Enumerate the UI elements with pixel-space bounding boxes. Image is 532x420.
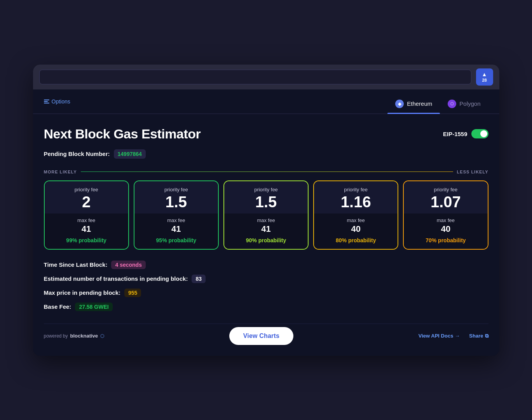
est-tx-value: 83 (192, 275, 206, 283)
gas-cards-row: priority fee 2 max fee 41 99% probabilit… (44, 180, 488, 250)
tab-ethereum[interactable]: ◆ Ethereum (387, 96, 440, 114)
more-likely-label: MORE LIKELY (44, 170, 77, 174)
max-fee-label-5: max fee (408, 217, 483, 223)
likelihood-bar: MORE LIKELY LESS LIKELY (44, 170, 488, 174)
card-top-3: priority fee 1.5 (224, 181, 308, 214)
card-bottom-3: max fee 41 90% probability (224, 214, 308, 249)
powered-label: powered by (44, 333, 68, 339)
max-fee-label-2: max fee (139, 217, 213, 223)
pending-block-value: 14997864 (114, 149, 146, 159)
est-tx-row: Estimated number of transactions in pend… (44, 275, 488, 283)
tab-bar: Options ◆ Ethereum ⬡ Polygon (33, 89, 499, 114)
main-panel: Options ◆ Ethereum ⬡ Polygon Next Block … (33, 89, 499, 356)
gas-card-3: priority fee 1.5 max fee 41 90% probabil… (223, 180, 309, 250)
powered-by-section: powered by blocknative ⬡ (44, 333, 105, 339)
card-top-4: priority fee 1.16 (314, 181, 398, 214)
max-fee-label-1: max fee (49, 217, 124, 223)
gas-card-4: priority fee 1.16 max fee 40 80% probabi… (313, 180, 398, 250)
ext-logo-icon: ▲ (482, 71, 487, 77)
stats-section: Time Since Last Block: 4 seconds Estimat… (44, 261, 488, 311)
priority-fee-value-3: 1.5 (229, 194, 303, 210)
max-fee-value-4: 40 (319, 224, 393, 234)
share-label: Share (469, 333, 483, 339)
card-top-2: priority fee 1.5 (134, 181, 218, 214)
priority-fee-label-4: priority fee (319, 187, 393, 192)
max-fee-value-2: 41 (139, 224, 213, 234)
max-fee-value-1: 41 (49, 224, 124, 234)
gas-card-5: priority fee 1.07 max fee 40 70% probabi… (403, 180, 488, 250)
base-fee-label: Base Fee: (44, 303, 72, 310)
ext-count: 28 (482, 78, 487, 82)
ethereum-icon: ◆ (395, 100, 404, 108)
eip-toggle-switch[interactable] (471, 129, 488, 138)
card-bottom-5: max fee 40 70% probability (404, 214, 487, 249)
eip-toggle-container: EIP-1559 (443, 129, 488, 138)
url-bar (39, 70, 471, 84)
card-top-1: priority fee 2 (45, 181, 128, 214)
footer-links: View API Docs → Share ⧉ (419, 333, 488, 339)
likelihood-line (81, 172, 453, 172)
tab-ethereum-label: Ethereum (407, 100, 432, 107)
brand-icon: ⬡ (100, 333, 104, 339)
probability-3: 90% probability (229, 237, 303, 243)
max-fee-label-4: max fee (319, 217, 393, 223)
arrow-right-icon: → (455, 333, 460, 339)
time-since-label: Time Since Last Block: (44, 261, 108, 268)
priority-fee-label-2: priority fee (139, 187, 213, 192)
priority-fee-value-5: 1.07 (408, 194, 483, 210)
time-since-value: 4 seconds (111, 261, 145, 269)
view-api-docs-link[interactable]: View API Docs → (419, 333, 460, 339)
share-link[interactable]: Share ⧉ (469, 333, 488, 339)
time-since-row: Time Since Last Block: 4 seconds (44, 261, 488, 269)
eip-label: EIP-1559 (443, 131, 467, 137)
options-label: Options (52, 98, 70, 105)
base-fee-value: 27.58 GWEI (75, 303, 112, 311)
extension-badge[interactable]: ▲ 28 (476, 68, 493, 86)
probability-5: 70% probability (408, 237, 483, 243)
options-button[interactable]: Options (44, 98, 70, 111)
card-bottom-1: max fee 41 99% probability (45, 214, 128, 249)
max-fee-value-3: 41 (229, 224, 303, 234)
probability-4: 80% probability (319, 237, 393, 243)
gas-card-2: priority fee 1.5 max fee 41 95% probabil… (134, 180, 219, 250)
pending-block-row: Pending Block Number: 14997864 (44, 149, 488, 159)
est-tx-label: Estimated number of transactions in pend… (44, 275, 188, 282)
polygon-icon: ⬡ (448, 100, 456, 108)
footer: powered by blocknative ⬡ View Charts Vie… (44, 324, 488, 345)
priority-fee-label-1: priority fee (49, 187, 124, 192)
brand-name: blocknative (70, 333, 98, 339)
priority-fee-label-5: priority fee (408, 187, 483, 192)
toggle-knob (480, 130, 487, 137)
tab-polygon[interactable]: ⬡ Polygon (440, 96, 488, 114)
priority-fee-value-2: 1.5 (139, 194, 213, 210)
app-container: ▲ 28 Options ◆ Ethereum ⬡ Polygon (33, 65, 499, 356)
priority-fee-value-4: 1.16 (319, 194, 393, 210)
priority-fee-label-3: priority fee (229, 187, 303, 192)
card-bottom-2: max fee 41 95% probability (134, 214, 218, 249)
gas-card-1: priority fee 2 max fee 41 99% probabilit… (44, 180, 129, 250)
priority-fee-value-1: 2 (49, 194, 124, 210)
probability-1: 99% probability (49, 237, 124, 243)
max-price-row: Max price in pending block: 955 (44, 289, 488, 297)
max-price-label: Max price in pending block: (44, 289, 121, 296)
card-bottom-4: max fee 40 80% probability (314, 214, 398, 249)
view-charts-button[interactable]: View Charts (229, 327, 294, 345)
card-top-5: priority fee 1.07 (404, 181, 487, 214)
max-fee-label-3: max fee (229, 217, 303, 223)
base-fee-row: Base Fee: 27.58 GWEI (44, 303, 488, 311)
page-header: Next Block Gas Estimator EIP-1559 (44, 126, 488, 142)
browser-bar: ▲ 28 (33, 65, 499, 89)
less-likely-label: LESS LIKELY (457, 170, 488, 174)
options-sliders-icon (44, 100, 49, 103)
content-area: Next Block Gas Estimator EIP-1559 Pendin… (33, 114, 499, 356)
share-icon: ⧉ (485, 333, 488, 339)
probability-2: 95% probability (139, 237, 213, 243)
api-docs-label: View API Docs (419, 333, 454, 339)
page-title: Next Block Gas Estimator (44, 126, 201, 142)
tab-polygon-label: Polygon (459, 100, 480, 107)
max-fee-value-5: 40 (408, 224, 483, 234)
max-price-value: 955 (124, 289, 141, 297)
pending-block-label: Pending Block Number: (44, 150, 110, 157)
